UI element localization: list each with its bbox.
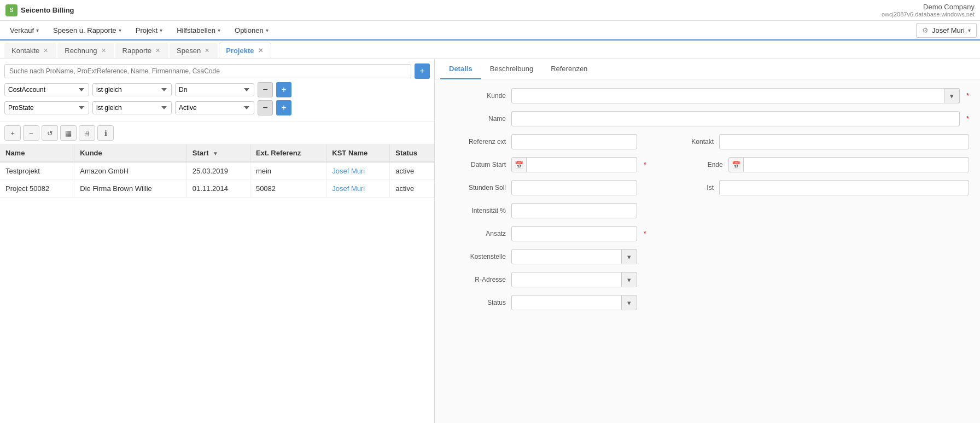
filter2-operator-select[interactable]: ist gleich ist nicht gleich enthält — [92, 101, 172, 114]
nav-item-optionen[interactable]: Optionen ▾ — [228, 23, 275, 38]
filter-row-2: CostAccount ProState Name ist gleich ist… — [4, 100, 430, 115]
chevron-down-icon: ▾ — [160, 27, 162, 33]
tab-spesen[interactable]: Spesen ✕ — [170, 43, 218, 58]
search-row: + — [4, 63, 430, 79]
cell-start: 25.03.2019 — [186, 162, 250, 180]
chevron-down-icon: ▾ — [968, 27, 971, 33]
ende-input[interactable] — [744, 157, 969, 172]
kostenstelle-input[interactable] — [511, 249, 622, 264]
chevron-down-icon: ▾ — [119, 27, 121, 33]
cell-kst-name: Josef Muri — [326, 162, 390, 180]
app-name: Seicento Billing — [21, 6, 74, 14]
status-input[interactable] — [511, 295, 622, 310]
required-star: * — [644, 230, 646, 237]
nav-item-hilfstabellen[interactable]: Hilfstabellen ▾ — [170, 23, 227, 38]
status-dropdown-button[interactable]: ▾ — [622, 295, 637, 310]
tab-close-spesen[interactable]: ✕ — [203, 47, 211, 54]
filter1-field-select[interactable]: CostAccount ProState Name — [4, 83, 89, 96]
projects-table: Name Kunde Start ▼ Ext. Referenz — [0, 144, 434, 198]
form-row-kunde: Kunde ▾ * — [446, 88, 969, 103]
search-area: + CostAccount ProState Name ist gleich i… — [0, 59, 434, 122]
form-row-kostenstelle: Kostenstelle ▾ — [446, 249, 969, 264]
detail-tab-beschreibung[interactable]: Beschreibung — [481, 59, 542, 79]
chart-button[interactable]: ▦ — [60, 125, 77, 141]
nav-item-spesen[interactable]: Spesen u. Rapporte ▾ — [46, 23, 128, 38]
refresh-button[interactable]: ↺ — [42, 125, 58, 141]
filter-row-1: CostAccount ProState Name ist gleich ist… — [4, 82, 430, 97]
filter1-operator-select[interactable]: ist gleich ist nicht gleich enthält — [92, 83, 172, 96]
form-row-referenz: Referenz ext Kontakt — [446, 134, 969, 149]
ansatz-input[interactable] — [511, 226, 637, 241]
tab-close-kontakte[interactable]: ✕ — [42, 47, 49, 54]
nav-items: Verkauf ▾ Spesen u. Rapporte ▾ Projekt ▾… — [3, 23, 916, 38]
tab-rechnung[interactable]: Rechnung ✕ — [57, 43, 114, 58]
filter2-value-select[interactable]: Active inactive Dn — [175, 101, 254, 114]
add-filter2-button[interactable]: + — [276, 100, 291, 115]
cell-ext-referenz: mein — [250, 162, 326, 180]
label-datum-start: Datum Start — [446, 161, 506, 169]
stunden-soll-input[interactable] — [511, 180, 637, 195]
filter1-value-select[interactable]: Dn Active inactive — [175, 83, 254, 96]
kunde-input[interactable] — [511, 88, 944, 103]
form-row-r-adresse: R-Adresse ▾ — [446, 272, 969, 287]
detail-tab-referenzen[interactable]: Referenzen — [542, 59, 596, 79]
col-name: Name — [0, 144, 74, 162]
left-panel: + CostAccount ProState Name ist gleich i… — [0, 59, 435, 423]
main-content: + CostAccount ProState Name ist gleich i… — [0, 59, 980, 423]
filter2-field-select[interactable]: CostAccount ProState Name — [4, 101, 89, 114]
add-filter1-button[interactable]: + — [276, 82, 291, 97]
gear-icon: ⚙ — [922, 26, 929, 34]
chevron-down-icon: ▾ — [36, 27, 39, 33]
detail-tab-details[interactable]: Details — [440, 59, 481, 79]
status-wrapper: ▾ — [511, 295, 637, 310]
tab-projekte[interactable]: Projekte ✕ — [219, 43, 271, 58]
user-menu-button[interactable]: ⚙ Josef Muri ▾ — [916, 23, 977, 38]
calendar-start-icon[interactable]: 📅 — [511, 157, 527, 172]
remove-filter1-button[interactable]: − — [258, 82, 273, 97]
data-table: Name Kunde Start ▼ Ext. Referenz — [0, 144, 434, 423]
kunde-field-wrapper: ▾ — [511, 88, 960, 103]
table-row[interactable]: Project 50082 Die Firma Brown Willie 01.… — [0, 180, 434, 198]
search-input[interactable] — [4, 64, 411, 78]
datum-start-input[interactable] — [527, 157, 637, 172]
label-ende: Ende — [663, 161, 723, 169]
print-icon: 🖨 — [84, 129, 91, 137]
form-row-datum: Datum Start 📅 * Ende 📅 — [446, 157, 969, 172]
tab-rapporte[interactable]: Rapporte ✕ — [115, 43, 168, 58]
table-header-row: Name Kunde Start ▼ Ext. Referenz — [0, 144, 434, 162]
delete-record-button[interactable]: − — [23, 125, 39, 141]
intensitat-input[interactable] — [511, 203, 637, 218]
tab-kontakte[interactable]: Kontakte ✕ — [4, 43, 56, 58]
add-filter-button[interactable]: + — [415, 63, 430, 79]
kostenstelle-dropdown-button[interactable]: ▾ — [622, 249, 637, 264]
add-record-button[interactable]: + — [4, 125, 21, 141]
tab-close-projekte[interactable]: ✕ — [257, 47, 264, 54]
tab-close-rapporte[interactable]: ✕ — [154, 47, 161, 54]
remove-filter2-button[interactable]: − — [258, 100, 273, 115]
kunde-dropdown-button[interactable]: ▾ — [944, 88, 960, 103]
cell-kunde: Die Firma Brown Willie — [74, 180, 187, 198]
company-name: Demo Company — [882, 3, 975, 11]
info-icon: ℹ — [104, 129, 107, 137]
info-button[interactable]: ℹ — [97, 125, 114, 141]
col-kunde: Kunde — [74, 144, 187, 162]
tab-close-rechnung[interactable]: ✕ — [100, 47, 107, 54]
name-input[interactable] — [511, 111, 960, 126]
form-row-stunden: Stunden Soll Ist — [446, 180, 969, 195]
kontakt-input[interactable] — [719, 134, 969, 149]
col-kst-name: KST Name — [326, 144, 390, 162]
ist-input[interactable] — [719, 180, 969, 195]
table-row[interactable]: Testprojekt Amazon GmbH 25.03.2019 mein … — [0, 162, 434, 180]
nav-item-verkauf[interactable]: Verkauf ▾ — [3, 23, 45, 38]
col-start[interactable]: Start ▼ — [186, 144, 250, 162]
cell-name: Project 50082 — [0, 180, 74, 198]
form-area: Kunde ▾ * Name * Referenz ext Kontakt — [435, 79, 980, 327]
referenz-ext-input[interactable] — [511, 134, 637, 149]
r-adresse-dropdown-button[interactable]: ▾ — [622, 272, 637, 287]
nav-item-projekt[interactable]: Projekt ▾ — [129, 23, 169, 38]
print-button[interactable]: 🖨 — [79, 125, 95, 141]
calendar-ende-icon[interactable]: 📅 — [728, 157, 744, 172]
chart-icon: ▦ — [65, 129, 72, 137]
label-referenz-ext: Referenz ext — [446, 138, 506, 146]
r-adresse-input[interactable] — [511, 272, 622, 287]
